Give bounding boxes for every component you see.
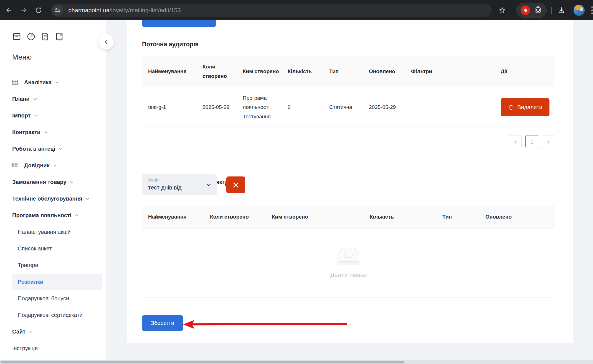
- pagination-next-button[interactable]: [542, 135, 555, 148]
- col-created-by: Ким створено: [237, 56, 282, 87]
- cell-count: 0: [282, 87, 323, 127]
- pagination-prev-button[interactable]: [509, 135, 522, 148]
- sidebar-item-instruction[interactable]: Інструкція: [0, 340, 106, 357]
- sidebar-subitem-promo-settings[interactable]: Налаштування акцій: [0, 224, 106, 240]
- browser-toolbar: pharmapoint.ua/loyalty/mailing-list/edit…: [0, 0, 593, 20]
- empty-inbox-icon: [335, 245, 362, 266]
- sidebar-subitem-gift-certificates[interactable]: Подарункові сертифікати: [0, 307, 106, 323]
- sidebar-item-maintenance[interactable]: Технічне обслуговування: [0, 190, 106, 207]
- cell-created-at: 2025-05-29: [196, 87, 237, 127]
- sidebar-subitem-gift-bonuses[interactable]: Подарункові бонуси: [0, 290, 106, 307]
- clipped-top-button[interactable]: [142, 20, 216, 27]
- col-updated: Оновлено: [479, 206, 555, 228]
- col-name: Найменування: [142, 56, 196, 87]
- sidebar-collapse-button[interactable]: [98, 34, 114, 50]
- address-bar[interactable]: pharmapoint.ua/loyalty/mailing-list/edit…: [51, 4, 492, 17]
- sidebar-item-goods-order[interactable]: Замовлення товару: [0, 174, 106, 190]
- pie-chart-icon[interactable]: [26, 32, 36, 41]
- col-updated: Оновлено: [363, 56, 405, 87]
- site-info-icon[interactable]: [52, 5, 63, 16]
- document-icon[interactable]: [40, 32, 50, 41]
- cell-name: test-g-1: [142, 87, 196, 127]
- chevron-down-icon: [85, 197, 90, 201]
- content-card: Поточна аудиторія Найменування Коли ство…: [127, 20, 573, 343]
- extensions-puzzle-icon[interactable]: [534, 6, 542, 15]
- red-arrow-annotation: [182, 319, 349, 329]
- select-floating-label: Акція: [148, 177, 211, 183]
- sidebar-item-directory[interactable]: Довідник: [0, 157, 106, 174]
- url-text: pharmapoint.ua/loyalty/mailing-list/edit…: [68, 7, 181, 14]
- chevron-down-icon: [29, 330, 33, 334]
- chevron-left-icon: [103, 39, 109, 45]
- table-footer-row: [142, 298, 555, 306]
- col-actions: Дії: [495, 56, 555, 87]
- list-icon: [12, 162, 18, 168]
- chevron-down-icon: [34, 114, 38, 118]
- sidebar-item-site[interactable]: Сайт: [0, 323, 106, 340]
- sidebar-subitem-mailings-active[interactable]: Розсилки: [0, 273, 106, 290]
- current-audience-table: Найменування Коли створено Ким створено …: [142, 56, 555, 127]
- adblock-icon[interactable]: [521, 6, 530, 15]
- table-row: test-g-1 2025-05-29 Програма лояльності …: [142, 87, 555, 127]
- back-icon[interactable]: [3, 4, 15, 16]
- promo-audience-table: Найменування Коли створено Ким створено …: [142, 206, 555, 306]
- forward-icon[interactable]: [18, 4, 30, 16]
- clear-selection-button[interactable]: [226, 176, 245, 193]
- sidebar-subitem-questionnaires[interactable]: Список анкет: [0, 240, 106, 257]
- reload-icon[interactable]: [32, 4, 45, 16]
- pagination: 1: [509, 135, 555, 148]
- sidebar-menu-title: Меню: [12, 53, 32, 61]
- toolbar-separator: [551, 7, 552, 14]
- close-icon: [232, 181, 239, 189]
- scrollbar-thumb[interactable]: [1, 361, 404, 363]
- chevron-left-icon: [513, 140, 518, 144]
- downloads-icon[interactable]: [556, 4, 568, 16]
- app-window: Меню Аналітика Плани Імпорт Контракти Ро…: [0, 20, 593, 360]
- chevron-up-icon: [75, 213, 79, 217]
- promo-select[interactable]: Акція тест днів від: [142, 174, 217, 195]
- chevron-down-icon: [55, 80, 59, 84]
- bookmark-star-icon[interactable]: [496, 4, 508, 16]
- chevron-down-icon: [53, 163, 57, 168]
- pagination-page-1[interactable]: 1: [525, 135, 538, 148]
- cell-updated: 2025-05-29: [363, 87, 405, 127]
- col-type: Тип: [436, 206, 479, 228]
- col-created-by: Ким створено: [266, 206, 364, 228]
- cell-type: Статична: [323, 87, 363, 127]
- browser-menu-icon[interactable]: [591, 6, 593, 14]
- sidebar-item-loyalty-program[interactable]: Програма лояльності: [0, 207, 106, 224]
- archive-box-icon[interactable]: [12, 32, 22, 41]
- chevron-down-icon: [59, 147, 63, 151]
- col-name: Найменування: [142, 206, 204, 228]
- empty-state: Даних немає: [142, 229, 555, 298]
- delete-button[interactable]: Видалити: [501, 98, 549, 116]
- table-header-row: Найменування Коли створено Ким створено …: [142, 206, 555, 229]
- chevron-down-icon: [44, 130, 48, 134]
- cell-filters: [405, 87, 495, 127]
- sidebar-quick-icons: [12, 32, 64, 41]
- main-content: Поточна аудиторія Найменування Коли ство…: [106, 20, 593, 360]
- cell-created-by: Програма лояльності Тестування: [237, 87, 282, 127]
- sidebar-item-contracts[interactable]: Контракти: [0, 124, 106, 140]
- sidebar-item-pharmacy-work[interactable]: Робота в аптеці: [0, 140, 106, 157]
- horizontal-scrollbar: [0, 360, 593, 364]
- col-type: Тип: [323, 56, 363, 87]
- save-button[interactable]: Зберегти: [142, 315, 183, 331]
- col-created-at: Коли створено: [196, 56, 237, 87]
- profile-avatar[interactable]: [574, 5, 585, 16]
- chevron-down-icon: [206, 182, 212, 188]
- grid-icon: [12, 79, 18, 85]
- url-domain: pharmapoint.ua: [68, 7, 110, 13]
- url-path: /loyalty/mailing-list/edit/153: [110, 7, 181, 13]
- extensions-area: [516, 3, 547, 18]
- book-icon[interactable]: [55, 32, 64, 41]
- cell-actions: Видалити: [495, 87, 555, 127]
- sidebar: Меню Аналітика Плани Імпорт Контракти Ро…: [0, 20, 106, 360]
- select-value: тест днів від: [148, 184, 211, 191]
- sidebar-subitem-triggers[interactable]: Тригери: [0, 257, 106, 273]
- sidebar-item-plans[interactable]: Плани: [0, 91, 106, 107]
- sidebar-item-analytics[interactable]: Аналітика: [0, 74, 106, 91]
- sidebar-nav: Аналітика Плани Імпорт Контракти Робота …: [0, 74, 106, 357]
- col-filters: Фільтри: [405, 56, 495, 87]
- sidebar-item-import[interactable]: Імпорт: [0, 107, 106, 124]
